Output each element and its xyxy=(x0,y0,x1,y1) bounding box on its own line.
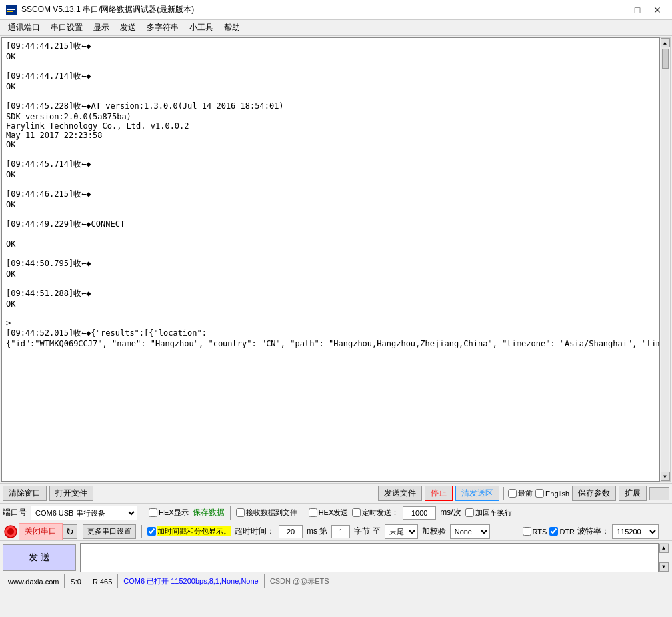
last-checkbox[interactable] xyxy=(508,489,517,498)
main-scrollbar[interactable]: ▲ ▼ xyxy=(660,37,671,482)
baud-label: 波特率： xyxy=(577,526,609,537)
hex-display-checkbox[interactable] xyxy=(149,508,157,517)
expand-button[interactable]: 扩展 xyxy=(619,486,647,501)
app-icon xyxy=(5,4,17,16)
send-area-wrapper: ▲ ▼ xyxy=(80,543,669,572)
last-label: 最前 xyxy=(518,488,533,498)
save-data-label[interactable]: 保存数据 xyxy=(193,507,225,518)
send-scroll-up[interactable]: ▲ xyxy=(659,544,669,553)
rts-checkbox-wrap: RTS xyxy=(523,527,547,536)
menu-comm-port[interactable]: 通讯端口 xyxy=(3,20,45,35)
status-s: S:0 xyxy=(65,574,87,588)
bottom-toolbar: 清除窗口 打开文件 发送文件 停止 清发送区 最前 English 保存参数 扩… xyxy=(0,483,672,503)
last-checkbox-wrap: 最前 xyxy=(508,488,533,498)
rts-label: RTS xyxy=(533,528,547,536)
timestamp-checkbox-wrap: 加时间戳和分包显示。 xyxy=(147,526,231,536)
send-scrollbar[interactable]: ▲ ▼ xyxy=(659,543,669,572)
hex-send-label: HEX发送 xyxy=(319,508,349,518)
byte-label: 字节 至 xyxy=(354,526,380,537)
window-controls: — □ ✕ xyxy=(608,3,667,17)
dtr-checkbox[interactable] xyxy=(549,527,558,536)
scroll-track[interactable] xyxy=(661,47,669,472)
receive-to-file-checkbox[interactable] xyxy=(236,508,245,517)
add-newline-wrap: 加回车换行 xyxy=(465,508,512,518)
minus-button[interactable]: — xyxy=(649,487,669,500)
send-button[interactable]: 发 送 xyxy=(3,544,76,571)
send-scroll-down[interactable]: ▼ xyxy=(659,562,669,572)
hex-display-wrap: HEX显示 xyxy=(149,508,189,518)
checksum-select[interactable]: None xyxy=(450,524,490,539)
watermark: CSDN @@赤ETS xyxy=(265,574,669,588)
sep2 xyxy=(143,506,143,520)
title-bar: SSCOM V5.13.1 串口/网络数据调试器(最新版本) — □ ✕ xyxy=(0,0,672,20)
timestamp-checkbox[interactable] xyxy=(147,527,156,536)
hex-send-wrap: HEX发送 xyxy=(309,508,349,518)
timeout-value-input[interactable] xyxy=(279,525,303,538)
minimize-button[interactable]: — xyxy=(608,3,627,17)
stop-button[interactable]: 停止 xyxy=(425,486,453,501)
close-button[interactable]: ✕ xyxy=(648,3,667,17)
svg-point-4 xyxy=(7,528,14,535)
dtr-checkbox-wrap: DTR xyxy=(549,527,575,536)
timed-value-input[interactable] xyxy=(403,506,436,520)
receive-to-file-label: 接收数据到文件 xyxy=(246,508,297,518)
status-website: www.daxia.com xyxy=(3,574,65,588)
port-select[interactable]: COM6 USB 串行设备 xyxy=(31,506,137,520)
receive-to-file-wrap: 接收数据到文件 xyxy=(236,508,297,518)
separator1 xyxy=(503,487,504,500)
close-port-button[interactable]: 关闭串口 xyxy=(19,523,63,540)
timed-unit-label: ms/次 xyxy=(440,507,461,518)
english-checkbox[interactable] xyxy=(535,489,544,498)
send-file-button[interactable]: 发送文件 xyxy=(378,486,422,501)
checksum-label: 加校验 xyxy=(422,526,446,537)
hex-display-label: HEX显示 xyxy=(159,508,189,518)
status-port: COM6 已打开 115200bps,8,1,None,None xyxy=(118,574,264,588)
status-bar: www.daxia.com S:0 R:465 COM6 已打开 115200b… xyxy=(0,574,672,588)
scroll-thumb[interactable] xyxy=(662,49,669,69)
send-textarea[interactable] xyxy=(80,543,659,572)
timeout-label: 超时时间： xyxy=(235,526,275,537)
english-label: English xyxy=(545,490,569,498)
baud-select[interactable]: 115200 9600 19200 38400 57600 xyxy=(612,524,659,539)
status-r: R:465 xyxy=(87,574,118,588)
svg-rect-2 xyxy=(7,11,13,12)
menu-bar: 通讯端口 串口设置 显示 发送 多字符串 小工具 帮助 xyxy=(0,20,672,36)
sep4 xyxy=(303,506,303,520)
menu-multistring[interactable]: 多字符串 xyxy=(141,20,184,35)
sep5 xyxy=(141,525,142,538)
port-label: 端口号 xyxy=(3,507,27,518)
clear-window-button[interactable]: 清除窗口 xyxy=(3,486,47,501)
timed-send-wrap: 定时发送： xyxy=(352,508,399,518)
svg-rect-1 xyxy=(7,9,15,10)
more-port-btn[interactable]: 更多串口设置 xyxy=(83,524,136,539)
byte-num-input[interactable] xyxy=(331,525,350,538)
main-content-text: [09:44:44.215]收←◆ OK [09:44:44.714]收←◆ O… xyxy=(6,41,655,348)
english-checkbox-wrap: English xyxy=(535,489,569,498)
scroll-up-arrow[interactable]: ▲ xyxy=(661,38,670,47)
end-select[interactable]: 末尾 xyxy=(385,524,418,539)
record-icon xyxy=(4,525,17,538)
maximize-button[interactable]: □ xyxy=(628,3,647,17)
scroll-down-arrow[interactable]: ▼ xyxy=(661,472,670,481)
timed-send-checkbox[interactable] xyxy=(352,508,361,517)
sep3 xyxy=(230,506,231,520)
refresh-button[interactable]: ↻ xyxy=(63,524,77,539)
hex-send-checkbox[interactable] xyxy=(309,508,317,517)
menu-tools[interactable]: 小工具 xyxy=(184,20,219,35)
menu-display[interactable]: 显示 xyxy=(88,20,115,35)
window-title: SSCOM V5.13.1 串口/网络数据调试器(最新版本) xyxy=(21,4,608,15)
save-params-button[interactable]: 保存参数 xyxy=(572,486,616,501)
menu-send[interactable]: 发送 xyxy=(115,20,141,35)
main-text-area[interactable]: [09:44:44.215]收←◆ OK [09:44:44.714]收←◆ O… xyxy=(1,37,660,482)
ctrl-row1: 端口号 COM6 USB 串行设备 HEX显示 保存数据 接收数据到文件 HEX… xyxy=(0,503,672,522)
rts-checkbox[interactable] xyxy=(523,527,531,536)
send-row: 发 送 ▲ ▼ xyxy=(0,540,672,574)
dtr-label: DTR xyxy=(559,528,575,536)
menu-help[interactable]: 帮助 xyxy=(219,20,245,35)
timed-send-label: 定时发送： xyxy=(362,508,399,518)
add-newline-checkbox[interactable] xyxy=(465,508,474,517)
menu-serial-settings[interactable]: 串口设置 xyxy=(45,20,88,35)
open-file-button[interactable]: 打开文件 xyxy=(49,486,93,501)
main-wrapper: [09:44:44.215]收←◆ OK [09:44:44.714]收←◆ O… xyxy=(0,36,672,483)
clear-send-button[interactable]: 清发送区 xyxy=(455,486,499,501)
